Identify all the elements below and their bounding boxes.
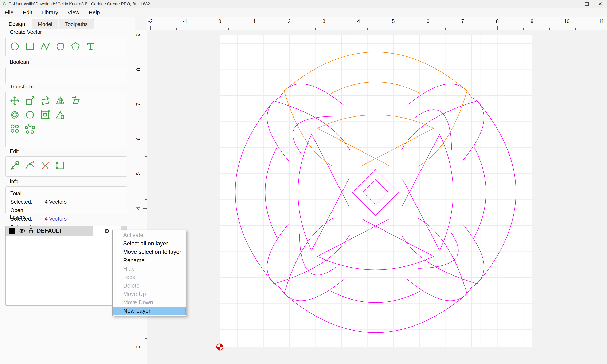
nested-copies-tool-button[interactable] (39, 108, 52, 121)
layer-name: DEFAULT (37, 228, 62, 234)
circle-tool-button[interactable] (8, 40, 21, 53)
ruler-label: 3 (318, 18, 330, 24)
menu-view[interactable]: View (63, 8, 84, 17)
eye-icon[interactable] (18, 229, 25, 233)
curve-edit-tool-button[interactable] (23, 159, 37, 172)
restore-button[interactable] (580, 0, 594, 8)
tab-model[interactable]: Model (32, 19, 58, 29)
top-ruler: -2-101234567891011 (135, 17, 607, 30)
circular-array-tool-button[interactable] (23, 122, 37, 135)
ruler-label: 9 (135, 32, 141, 38)
ruler-label: 4 (352, 18, 365, 24)
ruler-tick (145, 199, 147, 200)
polygon-tool-button[interactable] (69, 40, 82, 53)
ruler-tick (220, 26, 220, 30)
fillet-tool-button[interactable] (23, 108, 37, 121)
ruler-tick (255, 26, 255, 30)
node-edit-tool-button[interactable] (8, 159, 21, 172)
trim-icon (40, 160, 51, 171)
info-total-value: 4 Vectors (45, 199, 66, 205)
scale-tool-button[interactable] (23, 94, 37, 107)
ruler-tick (145, 52, 147, 52)
trim-tool-button[interactable] (39, 159, 52, 172)
tab-design[interactable]: Design (2, 19, 31, 29)
text-tool-button[interactable] (84, 40, 97, 53)
info-open-value-link[interactable]: 4 Vectors (45, 216, 66, 221)
context-menu-item-lock[interactable]: Lock (113, 273, 186, 281)
origin-marker-icon[interactable] (216, 343, 224, 351)
ruler-label: 1 (248, 18, 261, 24)
menu-file[interactable]: File (0, 8, 18, 17)
context-menu-item-rename[interactable]: Rename (113, 256, 186, 265)
ruler-tick (410, 28, 411, 30)
create-vector-box (5, 37, 127, 57)
menu-library[interactable]: Library (37, 8, 63, 17)
rotate-tool-button[interactable] (39, 94, 52, 107)
info-box: Total Selected: 4 Vectors Open Selected:… (5, 186, 127, 214)
ruler-tick (272, 28, 272, 30)
ruler-tick (454, 28, 454, 30)
text-icon (85, 41, 96, 52)
close-button[interactable]: ✕ (594, 0, 607, 8)
ruler-label: 8 (135, 66, 141, 73)
measure-tool-button[interactable] (54, 108, 67, 121)
context-menu-item-new-layer[interactable]: New Layer (113, 307, 186, 315)
measure-icon (55, 109, 66, 120)
transform-box (5, 92, 127, 148)
application-window: C C:\Users\willa\Downloads\Celtic Knot.c… (0, 0, 607, 364)
join-tool-button[interactable] (54, 159, 67, 172)
shear-tool-button[interactable] (69, 94, 82, 107)
ruler-tick (280, 28, 281, 30)
flip-tool-button[interactable] (54, 94, 67, 107)
join-icon (55, 160, 66, 171)
minimize-icon (571, 4, 575, 4)
ruler-tick (145, 87, 147, 87)
unlock-icon[interactable] (28, 228, 34, 234)
linear-array-tool-button[interactable] (8, 122, 21, 135)
window-controls: ✕ (567, 0, 607, 8)
move-tool-button[interactable] (8, 94, 21, 107)
polyline-tool-button[interactable] (39, 40, 52, 53)
tab-toolpaths[interactable]: Toolpaths (59, 19, 94, 29)
ruler-tick (307, 28, 307, 30)
ruler-tick (358, 26, 359, 30)
ruler-tick (145, 191, 147, 191)
offset-tool-button[interactable] (8, 108, 21, 121)
context-menu-item-hide[interactable]: Hide (113, 265, 186, 273)
ruler-tick (298, 28, 298, 30)
polygon-icon (70, 41, 81, 52)
layers-panel: DEFAULT ⚙ (5, 226, 127, 306)
context-menu-item-move-down[interactable]: Move Down (113, 298, 186, 307)
menu-edit[interactable]: Edit (18, 8, 37, 17)
rotate-icon (40, 95, 51, 106)
ruler-tick (143, 69, 147, 70)
edit-label: Edit (10, 148, 19, 154)
layer-row-default[interactable]: DEFAULT ⚙ (6, 226, 127, 236)
linear-array-icon (9, 123, 20, 134)
ruler-label: 9 (526, 18, 538, 24)
rectangle-tool-button[interactable] (23, 40, 37, 53)
menu-help[interactable]: Help (84, 8, 105, 17)
context-menu-item-delete[interactable]: Delete (113, 281, 186, 290)
minimize-button[interactable] (567, 0, 580, 8)
ruler-tick (541, 28, 541, 30)
curve-edit-icon (25, 160, 35, 171)
curve-tool-button[interactable] (54, 40, 67, 53)
ruler-label: 4 (135, 205, 141, 211)
context-menu-item-select-all-on-layer[interactable]: Select all on layer (113, 239, 186, 248)
ruler-tick (145, 61, 147, 61)
ruler-tick (350, 28, 350, 30)
menu-bar: File Edit Library View Help (0, 8, 607, 17)
ruler-tick (145, 96, 147, 96)
context-menu-item-activate[interactable]: Activate (113, 231, 186, 239)
layer-color-swatch[interactable] (9, 228, 15, 234)
ruler-label: 7 (456, 18, 469, 24)
ruler-label: -1 (179, 18, 191, 24)
context-menu-item-move-selection-to-layer[interactable]: Move selection to layer (113, 248, 186, 256)
boolean-box (5, 67, 127, 84)
fillet-icon (25, 109, 35, 120)
ruler-label: 10 (560, 18, 573, 24)
context-menu-item-move-up[interactable]: Move Up (113, 290, 186, 298)
ruler-tick (480, 28, 480, 30)
stock-area[interactable] (220, 35, 532, 347)
